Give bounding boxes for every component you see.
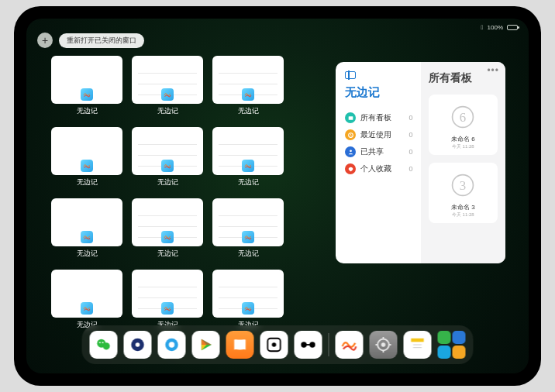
dock-app-settings[interactable] [370,331,398,359]
freeform-app-icon [81,88,93,101]
category-icon [345,112,356,123]
window-thumb[interactable]: 无边记 [51,56,122,119]
window-thumb[interactable]: 无边记 [132,127,203,191]
dock [82,325,474,364]
svg-point-21 [381,342,386,347]
thumb-label: 无边记 [157,177,178,187]
thumb-preview [132,198,203,246]
svg-point-16 [272,342,277,347]
freeform-app-icon [242,160,254,172]
dock-app-freeform[interactable] [336,331,364,359]
category-count: 0 [408,148,412,156]
thumb-label: 无边记 [238,106,259,116]
freeform-app-icon [161,88,174,101]
board-timestamp: 今天 11:28 [452,143,474,150]
board-tile[interactable]: 3 未命名 3 今天 11:28 [429,163,498,223]
thumb-preview [212,127,284,175]
thumb-preview [132,270,203,318]
freeform-app-icon [81,231,93,243]
category-label: 所有看板 [360,112,404,123]
svg-point-12 [136,342,140,347]
svg-rect-19 [305,344,311,346]
panel-boards: 所有看板 6 未命名 6 今天 11:28 3 未命名 3 今天 11:28 [421,62,506,263]
thumb-preview [132,56,203,104]
svg-point-8 [103,342,110,349]
sidebar-item[interactable]: 最近使用 0 [345,126,413,143]
window-thumb[interactable]: 无边记 [132,56,203,119]
window-thumb[interactable]: 无边记 [51,270,122,333]
thumb-preview [51,56,122,104]
freeform-app-icon [161,302,174,315]
dock-app-books[interactable] [226,331,254,359]
freeform-app-icon [242,231,254,243]
panel-title: 无边记 [345,85,413,100]
category-icon [345,163,356,174]
sidebar-item[interactable]: 所有看板 0 [345,109,413,126]
category-label: 已共享 [360,146,404,157]
window-thumb[interactable]: 无边记 [212,198,284,262]
svg-point-9 [99,342,101,343]
category-icon [345,146,356,157]
thumb-label: 无边记 [157,249,178,259]
window-thumb[interactable]: 无边记 [132,270,203,333]
dock-app-notes[interactable] [404,331,432,359]
category-count: 0 [408,165,412,173]
window-thumb[interactable]: 无边记 [212,127,284,191]
window-thumb[interactable]: 无边记 [132,198,203,262]
thumb-label: 无边记 [77,106,98,116]
sidebar-item[interactable]: 已共享 0 [345,143,413,160]
dock-app-circle-lightblue[interactable] [158,331,186,359]
thumb-label: 无边记 [77,249,98,259]
dock-app-circle-blue[interactable] [124,331,152,359]
reopen-closed-button[interactable]: 重新打开已关闭的窗口 [59,33,144,48]
thumb-preview [51,127,122,175]
battery-icon [507,25,518,30]
thumb-label: 无边记 [238,177,259,187]
board-name: 未命名 3 [451,203,475,211]
screen: 􀙇 100% + 重新打开已关闭的窗口 无边记 无边记 无边记 无边记 [26,19,529,373]
battery-text: 100% [488,24,503,31]
category-icon [345,129,356,140]
thumb-label: 无边记 [238,249,259,259]
thumb-preview [212,56,284,104]
window-thumbnail-grid: 无边记 无边记 无边记 无边记 无边记 无边记 无边记 无边记 [51,56,288,319]
svg-point-10 [102,342,104,343]
dock-app-wechat[interactable] [90,331,118,359]
svg-point-14 [169,342,174,347]
add-button[interactable]: + [37,33,53,48]
sidebar-item[interactable]: 个人收藏 0 [345,160,413,177]
panel-sidebar: 无边记 所有看板 0 最近使用 0 已共享 0 个人收藏 0 [336,62,421,263]
ipad-frame: 􀙇 100% + 重新打开已关闭的窗口 无边记 无边记 无边记 无边记 [14,6,541,386]
window-thumb[interactable]: 无边记 [212,56,284,119]
board-timestamp: 今天 11:28 [452,211,474,218]
dock-app-library[interactable] [438,331,466,359]
more-icon[interactable]: ••• [487,65,499,76]
category-label: 最近使用 [360,129,404,140]
freeform-app-icon [242,302,254,315]
thumb-preview [212,270,284,318]
thumb-preview [51,198,122,246]
category-count: 0 [408,131,412,139]
top-bar: + 重新打开已关闭的窗口 [37,33,144,48]
window-thumb[interactable]: 无边记 [51,198,122,262]
window-thumb[interactable]: 无边记 [212,270,284,333]
sidebar-toggle-icon[interactable] [345,71,356,79]
freeform-app-icon [161,160,174,172]
dock-app-play-tri[interactable] [192,331,220,359]
freeform-app-icon [161,231,174,243]
board-glyph-icon: 6 [446,101,479,133]
svg-rect-0 [348,116,353,120]
svg-point-2 [350,150,352,152]
board-tile[interactable]: 6 未命名 6 今天 11:28 [429,95,498,155]
board-glyph-icon: 3 [446,169,479,201]
window-thumb[interactable]: 无边记 [51,127,122,191]
svg-text:3: 3 [460,178,466,193]
thumb-label: 无边记 [157,106,178,116]
thumb-preview [212,198,284,246]
category-label: 个人收藏 [360,163,404,174]
dock-app-barbell[interactable] [295,331,322,359]
freeform-panel[interactable]: ••• 无边记 所有看板 0 最近使用 0 已共享 0 个人收藏 0 所有看板 … [336,62,505,263]
category-count: 0 [408,114,412,122]
thumb-label: 无边记 [77,177,98,187]
dock-app-dot-square[interactable] [260,331,288,359]
